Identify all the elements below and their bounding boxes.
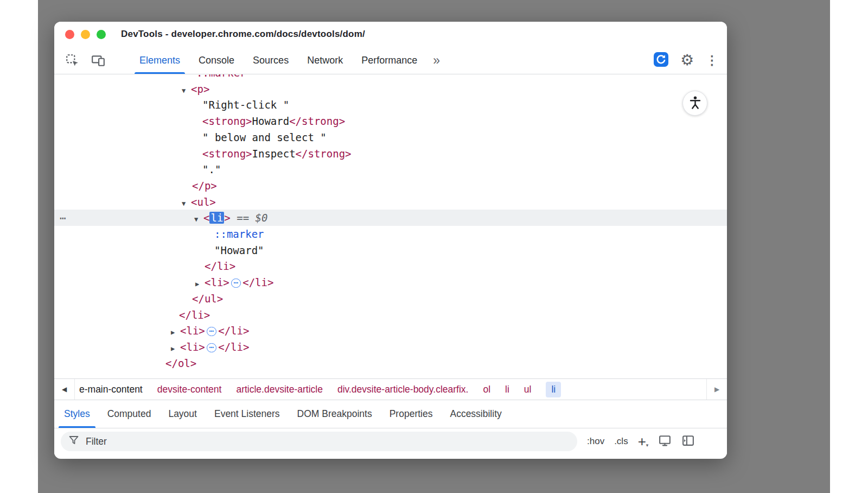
tag-token: </li> [218,325,249,337]
collapsed-children-icon[interactable]: ⋯ [231,279,241,288]
styles-tab-properties[interactable]: Properties [381,400,442,428]
dom-tree-row[interactable]: ▶<li>⋯</li> [54,274,727,290]
tag-token: < [203,212,209,224]
breadcrumb-list: e-main-contentdevsite-contentarticle.dev… [75,379,706,400]
tag-token: <strong> [202,115,252,127]
tag-token: </ol> [165,357,196,369]
sidebar-toggle-icon[interactable] [681,434,695,450]
styles-tab-computed[interactable]: Computed [99,400,160,428]
styles-tab-accessibility[interactable]: Accessibility [441,400,510,428]
dom-tree-row[interactable]: <strong>Inspect</strong> [54,146,727,162]
expander-icon[interactable]: ▼ [182,195,191,212]
dom-tree: ::marker▼<p>"Right-click "<strong>Howard… [54,74,727,378]
page: DevTools - developer.chrome.com/docs/dev… [0,0,868,493]
expander-icon[interactable]: ▶ [195,276,205,292]
dom-tree-row[interactable]: <strong>Howard</strong> [54,113,727,129]
styles-filter-bar: :hov .cls + ▾ [54,428,727,454]
breadcrumb-item[interactable]: devsite-content [157,384,222,395]
breadcrumb-item[interactable]: article.devsite-article [236,384,323,395]
dom-tree-row[interactable]: ▶<li>⋯</li> [54,323,727,339]
tag-token: <ul> [191,196,216,208]
chevron-down-icon: ▾ [646,443,649,448]
styles-tab-layout[interactable]: Layout [159,400,206,428]
tag-token: <strong> [202,148,252,160]
hov-toggle[interactable]: :hov [587,436,604,447]
device-toolbar-icon[interactable] [90,52,106,68]
expander-icon[interactable]: ▼ [194,211,203,227]
dom-tree-row[interactable]: ::marker [54,74,727,81]
breadcrumb-item[interactable]: li [505,384,509,395]
tab-network[interactable]: Network [298,47,352,74]
breadcrumb-item[interactable]: div.devsite-article-body.clearfix. [337,384,469,395]
kebab-menu-icon[interactable]: ⋮ [706,54,718,67]
dom-tree-row[interactable]: </li> [54,258,727,274]
zoom-button[interactable] [97,30,106,39]
plus-icon: + [638,436,646,447]
dom-tree-row[interactable]: </ul> [54,290,727,307]
dom-tree-row[interactable]: "." [54,161,727,178]
dom-tree-row[interactable]: "Right-click " [54,97,727,113]
dom-tree-row[interactable]: </ol> [54,355,727,371]
breadcrumb-item[interactable]: e-main-content [79,384,143,395]
expander-icon[interactable]: ▶ [171,324,180,340]
dom-tree-row[interactable]: ▼<p> [54,81,727,97]
filter-funnel-icon [68,435,79,448]
styles-tab-dom-breakpoints[interactable]: DOM Breakpoints [289,400,381,428]
dollar-zero-token: $0 [256,212,268,224]
dom-tree-row[interactable]: </li> [54,307,727,323]
breadcrumb-item[interactable]: ol [483,384,490,395]
styles-panel-tabs: StylesComputedLayoutEvent ListenersDOM B… [54,400,727,428]
new-style-rule-button[interactable]: + ▾ [638,436,649,447]
traffic-lights [65,30,106,39]
rendering-emulations-icon[interactable] [658,434,672,450]
dom-tree-row[interactable]: ⋯▼<li> == $0 [54,210,727,226]
tab-console[interactable]: Console [189,47,244,74]
dom-tree-row[interactable]: </p> [54,178,727,194]
breadcrumb-scroll-right-button[interactable]: ▶ [706,379,727,400]
collapsed-children-icon[interactable]: ⋯ [207,327,216,336]
inspect-element-icon[interactable] [64,52,80,68]
text-token: "." [202,163,221,175]
devtools-window: DevTools - developer.chrome.com/docs/dev… [54,22,727,459]
pseudo-element-token: ::marker [214,228,264,240]
selected-tag-token: li [209,212,224,224]
text-token: Howard [252,115,290,127]
more-tabs-button[interactable]: » [433,53,440,68]
settings-gear-icon[interactable]: ⚙ [680,53,694,68]
cls-toggle[interactable]: .cls [614,436,628,447]
tag-token: <li> [180,341,205,353]
tag-token: </strong> [296,148,352,160]
expander-icon[interactable]: ▶ [171,340,180,357]
tab-sources[interactable]: Sources [244,47,298,74]
tag-token: > [224,212,230,224]
dom-tree-row[interactable]: "Howard" [54,242,727,258]
minimize-button[interactable] [81,30,90,39]
tag-token: <p> [191,83,209,95]
breadcrumb-scroll-left-button[interactable]: ◀ [54,379,75,400]
titlebar: DevTools - developer.chrome.com/docs/dev… [54,22,727,47]
toolbar-right-icons: ⚙ ⋮ [654,52,718,69]
expander-icon[interactable]: ▼ [182,83,191,99]
tab-elements[interactable]: Elements [130,47,189,74]
dom-tree-row[interactable]: ▶<li>⋯</li> [54,339,727,355]
filter-input[interactable] [85,435,570,448]
breadcrumb-item[interactable]: li [546,382,561,397]
tag-token: </li> [218,341,249,353]
dom-tree-row[interactable]: ::marker [54,226,727,242]
refresh-icon[interactable] [654,52,668,69]
dom-tree-row[interactable]: ▼<ul> [54,194,727,210]
dom-tree-row[interactable]: " below and select " [54,129,727,146]
tag-token: <li> [205,276,229,288]
collapsed-children-icon[interactable]: ⋯ [207,343,216,352]
breadcrumb-item[interactable]: ul [524,384,532,395]
tab-performance[interactable]: Performance [352,47,426,74]
tag-token: </li> [179,309,210,321]
text-token: "Right-click " [202,99,289,111]
styles-tab-styles[interactable]: Styles [55,400,99,428]
filter-box[interactable] [61,432,577,451]
breadcrumb-bar: ◀ e-main-contentdevsite-contentarticle.d… [54,378,727,400]
main-tabs: ElementsConsoleSourcesNetworkPerformance [130,47,426,74]
styles-tab-event-listeners[interactable]: Event Listeners [206,400,289,428]
close-button[interactable] [65,30,74,39]
tag-token: </li> [205,260,235,272]
